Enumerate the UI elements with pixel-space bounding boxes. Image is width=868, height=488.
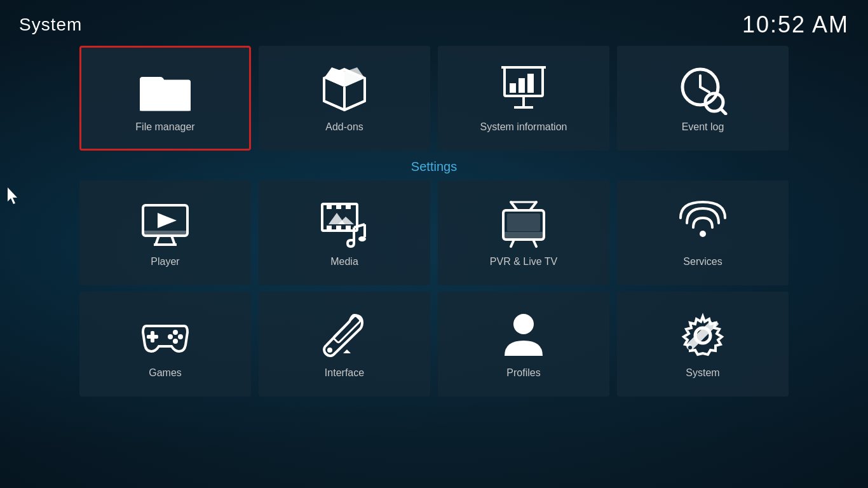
settings-row-2: Games Interface: [64, 292, 804, 396]
svg-point-54: [168, 334, 173, 339]
page-title: System: [19, 15, 82, 35]
svg-rect-33: [346, 226, 351, 231]
svg-rect-43: [503, 232, 544, 240]
svg-rect-22: [143, 231, 187, 236]
svg-rect-56: [333, 315, 361, 343]
tile-pvr-live-tv-label: PVR & Live TV: [490, 256, 557, 268]
tile-add-ons-label: Add-ons: [325, 121, 363, 133]
tile-system-information[interactable]: System information: [438, 46, 609, 151]
tile-player[interactable]: Player: [79, 180, 251, 285]
tile-system-information-label: System information: [480, 121, 567, 133]
tile-media-label: Media: [330, 256, 358, 268]
player-icon: [140, 199, 191, 250]
folder-icon: [140, 64, 191, 115]
settings-row-1: Player: [64, 180, 804, 285]
tile-profiles[interactable]: Profiles: [438, 292, 609, 396]
svg-marker-57: [343, 349, 351, 353]
tile-event-log-label: Event log: [682, 121, 724, 133]
svg-point-51: [173, 330, 178, 335]
svg-point-48: [698, 238, 707, 247]
header: System 10:52 AM: [0, 0, 868, 46]
presentation-icon: [498, 64, 549, 115]
svg-line-7: [324, 101, 344, 110]
svg-rect-32: [336, 226, 341, 231]
svg-rect-50: [147, 335, 158, 339]
media-icon: [319, 199, 370, 250]
profiles-icon: [498, 310, 549, 361]
svg-point-52: [178, 334, 183, 339]
settings-section-label: Settings: [64, 151, 804, 180]
svg-rect-29: [336, 204, 341, 209]
tile-file-manager-label: File manager: [135, 121, 194, 133]
tile-games[interactable]: Games: [79, 292, 251, 396]
tile-pvr-live-tv[interactable]: PVR & Live TV: [438, 180, 609, 285]
tile-profiles-label: Profiles: [506, 367, 540, 379]
tile-file-manager[interactable]: File manager: [79, 46, 251, 151]
tile-media[interactable]: Media: [259, 180, 430, 285]
svg-line-23: [156, 236, 159, 245]
clock: 10:52 AM: [742, 11, 849, 38]
svg-point-53: [173, 339, 178, 344]
svg-rect-15: [527, 74, 534, 93]
svg-rect-30: [346, 204, 351, 209]
services-icon: [677, 199, 728, 250]
svg-point-38: [358, 236, 366, 241]
svg-rect-28: [327, 204, 332, 209]
svg-point-60: [688, 346, 692, 349]
system-icon: [677, 310, 728, 361]
svg-marker-26: [158, 213, 177, 228]
tile-add-ons[interactable]: Add-ons: [259, 46, 430, 151]
svg-rect-31: [327, 226, 332, 231]
svg-line-20: [721, 109, 726, 114]
svg-rect-13: [510, 83, 516, 93]
box-icon: [319, 64, 370, 115]
tile-services[interactable]: Services: [617, 180, 789, 285]
main-content: File manager Add-ons: [0, 46, 868, 396]
svg-line-36: [354, 224, 365, 227]
tile-system[interactable]: System: [617, 292, 789, 396]
top-row: File manager Add-ons: [64, 46, 804, 151]
svg-line-18: [700, 87, 709, 92]
gamepad-icon: [140, 310, 191, 361]
svg-point-47: [700, 231, 706, 237]
tile-games-label: Games: [149, 367, 182, 379]
tile-player-label: Player: [151, 256, 179, 268]
tile-services-label: Services: [683, 256, 722, 268]
tv-icon: [498, 199, 549, 250]
clock-search-icon: [677, 64, 728, 115]
svg-point-55: [327, 348, 332, 353]
tile-interface-label: Interface: [325, 367, 364, 379]
svg-rect-14: [519, 78, 525, 93]
tile-system-label: System: [686, 367, 719, 379]
svg-rect-44: [507, 214, 540, 231]
interface-icon: [319, 310, 370, 361]
tile-interface[interactable]: Interface: [259, 292, 430, 396]
tile-event-log[interactable]: Event log: [617, 46, 789, 151]
svg-line-24: [172, 236, 175, 245]
svg-line-8: [344, 101, 365, 110]
svg-point-58: [513, 314, 534, 334]
